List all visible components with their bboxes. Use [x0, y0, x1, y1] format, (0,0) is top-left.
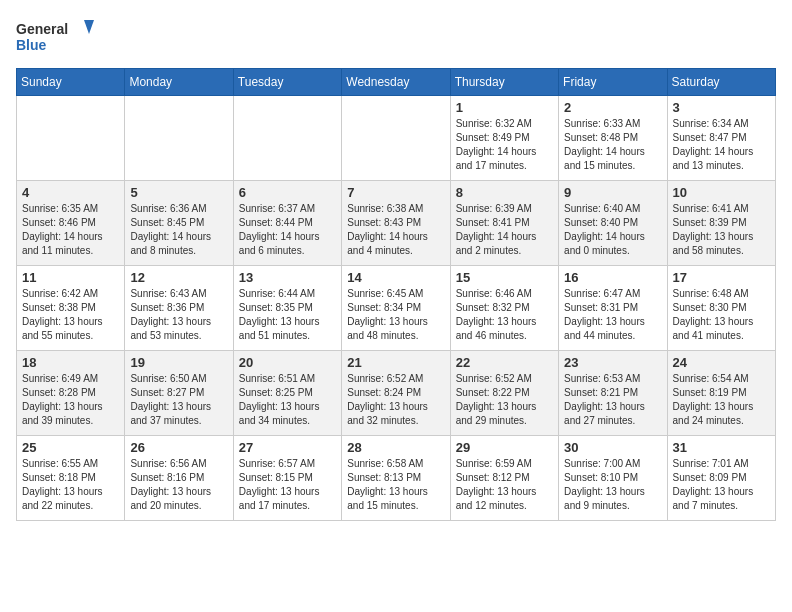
day-cell: 2Sunrise: 6:33 AM Sunset: 8:48 PM Daylig…: [559, 96, 667, 181]
day-info: Sunrise: 7:00 AM Sunset: 8:10 PM Dayligh…: [564, 457, 661, 513]
day-info: Sunrise: 6:50 AM Sunset: 8:27 PM Dayligh…: [130, 372, 227, 428]
day-number: 15: [456, 270, 553, 285]
day-info: Sunrise: 6:34 AM Sunset: 8:47 PM Dayligh…: [673, 117, 770, 173]
day-info: Sunrise: 6:49 AM Sunset: 8:28 PM Dayligh…: [22, 372, 119, 428]
day-info: Sunrise: 6:52 AM Sunset: 8:22 PM Dayligh…: [456, 372, 553, 428]
svg-text:Blue: Blue: [16, 37, 47, 53]
day-info: Sunrise: 6:32 AM Sunset: 8:49 PM Dayligh…: [456, 117, 553, 173]
day-info: Sunrise: 7:01 AM Sunset: 8:09 PM Dayligh…: [673, 457, 770, 513]
day-number: 31: [673, 440, 770, 455]
day-number: 22: [456, 355, 553, 370]
day-cell: 17Sunrise: 6:48 AM Sunset: 8:30 PM Dayli…: [667, 266, 775, 351]
week-row-4: 18Sunrise: 6:49 AM Sunset: 8:28 PM Dayli…: [17, 351, 776, 436]
week-row-3: 11Sunrise: 6:42 AM Sunset: 8:38 PM Dayli…: [17, 266, 776, 351]
day-cell: 27Sunrise: 6:57 AM Sunset: 8:15 PM Dayli…: [233, 436, 341, 521]
day-info: Sunrise: 6:42 AM Sunset: 8:38 PM Dayligh…: [22, 287, 119, 343]
page-header: General Blue: [16, 16, 776, 56]
day-info: Sunrise: 6:57 AM Sunset: 8:15 PM Dayligh…: [239, 457, 336, 513]
day-info: Sunrise: 6:46 AM Sunset: 8:32 PM Dayligh…: [456, 287, 553, 343]
day-cell: [125, 96, 233, 181]
day-number: 26: [130, 440, 227, 455]
day-info: Sunrise: 6:39 AM Sunset: 8:41 PM Dayligh…: [456, 202, 553, 258]
day-number: 11: [22, 270, 119, 285]
day-cell: 31Sunrise: 7:01 AM Sunset: 8:09 PM Dayli…: [667, 436, 775, 521]
day-info: Sunrise: 6:43 AM Sunset: 8:36 PM Dayligh…: [130, 287, 227, 343]
day-number: 2: [564, 100, 661, 115]
day-cell: 24Sunrise: 6:54 AM Sunset: 8:19 PM Dayli…: [667, 351, 775, 436]
day-info: Sunrise: 6:59 AM Sunset: 8:12 PM Dayligh…: [456, 457, 553, 513]
weekday-saturday: Saturday: [667, 69, 775, 96]
svg-text:General: General: [16, 21, 68, 37]
day-number: 12: [130, 270, 227, 285]
logo-svg: General Blue: [16, 16, 96, 56]
day-number: 14: [347, 270, 444, 285]
weekday-friday: Friday: [559, 69, 667, 96]
day-cell: 12Sunrise: 6:43 AM Sunset: 8:36 PM Dayli…: [125, 266, 233, 351]
day-number: 29: [456, 440, 553, 455]
day-cell: 20Sunrise: 6:51 AM Sunset: 8:25 PM Dayli…: [233, 351, 341, 436]
day-number: 25: [22, 440, 119, 455]
day-number: 5: [130, 185, 227, 200]
day-number: 19: [130, 355, 227, 370]
day-info: Sunrise: 6:40 AM Sunset: 8:40 PM Dayligh…: [564, 202, 661, 258]
day-number: 3: [673, 100, 770, 115]
day-cell: 23Sunrise: 6:53 AM Sunset: 8:21 PM Dayli…: [559, 351, 667, 436]
day-cell: 25Sunrise: 6:55 AM Sunset: 8:18 PM Dayli…: [17, 436, 125, 521]
day-info: Sunrise: 6:55 AM Sunset: 8:18 PM Dayligh…: [22, 457, 119, 513]
week-row-5: 25Sunrise: 6:55 AM Sunset: 8:18 PM Dayli…: [17, 436, 776, 521]
calendar-table: SundayMondayTuesdayWednesdayThursdayFrid…: [16, 68, 776, 521]
day-number: 13: [239, 270, 336, 285]
week-row-2: 4Sunrise: 6:35 AM Sunset: 8:46 PM Daylig…: [17, 181, 776, 266]
calendar-body: 1Sunrise: 6:32 AM Sunset: 8:49 PM Daylig…: [17, 96, 776, 521]
day-number: 7: [347, 185, 444, 200]
weekday-thursday: Thursday: [450, 69, 558, 96]
day-number: 16: [564, 270, 661, 285]
day-info: Sunrise: 6:47 AM Sunset: 8:31 PM Dayligh…: [564, 287, 661, 343]
day-info: Sunrise: 6:41 AM Sunset: 8:39 PM Dayligh…: [673, 202, 770, 258]
day-info: Sunrise: 6:33 AM Sunset: 8:48 PM Dayligh…: [564, 117, 661, 173]
day-info: Sunrise: 6:51 AM Sunset: 8:25 PM Dayligh…: [239, 372, 336, 428]
day-info: Sunrise: 6:53 AM Sunset: 8:21 PM Dayligh…: [564, 372, 661, 428]
day-cell: 6Sunrise: 6:37 AM Sunset: 8:44 PM Daylig…: [233, 181, 341, 266]
day-info: Sunrise: 6:36 AM Sunset: 8:45 PM Dayligh…: [130, 202, 227, 258]
svg-marker-2: [84, 20, 94, 34]
day-cell: 1Sunrise: 6:32 AM Sunset: 8:49 PM Daylig…: [450, 96, 558, 181]
day-info: Sunrise: 6:56 AM Sunset: 8:16 PM Dayligh…: [130, 457, 227, 513]
day-cell: 8Sunrise: 6:39 AM Sunset: 8:41 PM Daylig…: [450, 181, 558, 266]
day-cell: 15Sunrise: 6:46 AM Sunset: 8:32 PM Dayli…: [450, 266, 558, 351]
day-number: 1: [456, 100, 553, 115]
day-number: 9: [564, 185, 661, 200]
day-cell: 13Sunrise: 6:44 AM Sunset: 8:35 PM Dayli…: [233, 266, 341, 351]
day-number: 21: [347, 355, 444, 370]
logo: General Blue: [16, 16, 96, 56]
weekday-tuesday: Tuesday: [233, 69, 341, 96]
day-info: Sunrise: 6:37 AM Sunset: 8:44 PM Dayligh…: [239, 202, 336, 258]
day-cell: 4Sunrise: 6:35 AM Sunset: 8:46 PM Daylig…: [17, 181, 125, 266]
weekday-header-row: SundayMondayTuesdayWednesdayThursdayFrid…: [17, 69, 776, 96]
day-cell: 19Sunrise: 6:50 AM Sunset: 8:27 PM Dayli…: [125, 351, 233, 436]
day-cell: [342, 96, 450, 181]
day-cell: 22Sunrise: 6:52 AM Sunset: 8:22 PM Dayli…: [450, 351, 558, 436]
day-cell: 14Sunrise: 6:45 AM Sunset: 8:34 PM Dayli…: [342, 266, 450, 351]
day-info: Sunrise: 6:48 AM Sunset: 8:30 PM Dayligh…: [673, 287, 770, 343]
weekday-monday: Monday: [125, 69, 233, 96]
day-number: 17: [673, 270, 770, 285]
day-cell: [17, 96, 125, 181]
day-number: 27: [239, 440, 336, 455]
day-info: Sunrise: 6:44 AM Sunset: 8:35 PM Dayligh…: [239, 287, 336, 343]
day-number: 8: [456, 185, 553, 200]
day-info: Sunrise: 6:45 AM Sunset: 8:34 PM Dayligh…: [347, 287, 444, 343]
day-number: 28: [347, 440, 444, 455]
weekday-wednesday: Wednesday: [342, 69, 450, 96]
day-cell: 10Sunrise: 6:41 AM Sunset: 8:39 PM Dayli…: [667, 181, 775, 266]
day-number: 20: [239, 355, 336, 370]
day-info: Sunrise: 6:52 AM Sunset: 8:24 PM Dayligh…: [347, 372, 444, 428]
day-info: Sunrise: 6:54 AM Sunset: 8:19 PM Dayligh…: [673, 372, 770, 428]
day-cell: 29Sunrise: 6:59 AM Sunset: 8:12 PM Dayli…: [450, 436, 558, 521]
day-cell: 26Sunrise: 6:56 AM Sunset: 8:16 PM Dayli…: [125, 436, 233, 521]
day-number: 23: [564, 355, 661, 370]
day-cell: 5Sunrise: 6:36 AM Sunset: 8:45 PM Daylig…: [125, 181, 233, 266]
day-number: 30: [564, 440, 661, 455]
day-number: 24: [673, 355, 770, 370]
day-cell: 16Sunrise: 6:47 AM Sunset: 8:31 PM Dayli…: [559, 266, 667, 351]
